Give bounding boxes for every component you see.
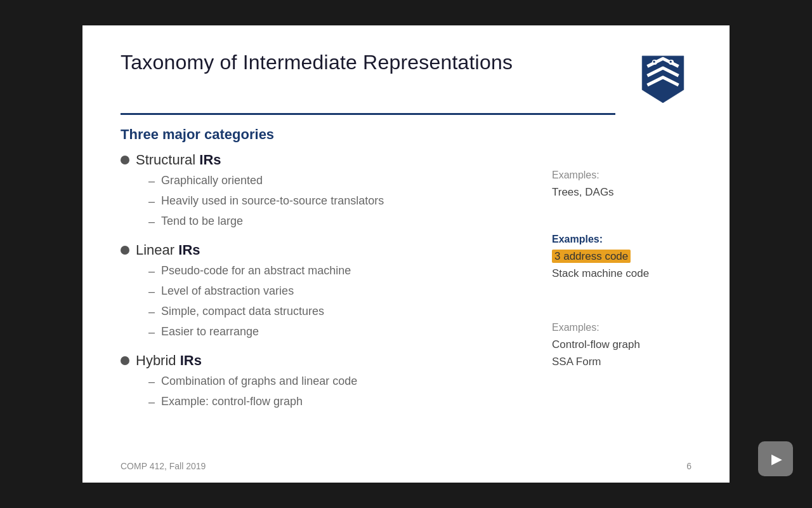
list-item: – Easier to rearrange xyxy=(148,323,539,341)
structural-examples-values: Trees, DAGs xyxy=(552,184,691,201)
svg-point-3 xyxy=(653,61,655,63)
list-item: – Example: control-flow graph xyxy=(148,393,539,411)
linear-examples-values: 3 address code Stack machine code xyxy=(552,248,691,282)
main-content: Structural IRs – Graphically oriented – … xyxy=(121,152,539,422)
video-play-button[interactable]: ▶ xyxy=(758,441,793,476)
footer-course: COMP 412, Fall 2019 xyxy=(121,461,206,471)
title-divider xyxy=(121,113,615,115)
footer-page: 6 xyxy=(686,461,691,471)
hybrid-subitem-1: Combination of graphs and linear code xyxy=(161,373,357,390)
linear-subitem-2: Level of abstraction varies xyxy=(161,283,294,300)
bullet-structural xyxy=(121,156,129,164)
list-item: – Simple, compact data structures xyxy=(148,303,539,321)
list-item: – Level of abstraction varies xyxy=(148,283,539,300)
linear-examples-label: Examples: xyxy=(552,234,691,245)
hybrid-examples-text-2: SSA Form xyxy=(552,356,601,368)
svg-point-4 xyxy=(670,61,672,63)
content-area: Structural IRs – Graphically oriented – … xyxy=(121,152,691,422)
structural-examples-text: Trees, DAGs xyxy=(552,186,614,198)
hybrid-examples-values: Control-flow graph SSA Form xyxy=(552,336,691,370)
linear-examples-highlight: 3 address code xyxy=(552,250,631,263)
hybrid-examples: Examples: Control-flow graph SSA Form xyxy=(552,322,691,370)
category-hybrid-label: Hybrid IRs xyxy=(136,352,202,369)
svg-marker-0 xyxy=(642,56,683,103)
examples-column: Examples: Trees, DAGs Examples: 3 addres… xyxy=(539,152,691,422)
category-linear-label: Linear IRs xyxy=(136,242,200,258)
bullet-hybrid xyxy=(121,356,129,365)
hybrid-examples-text-1: Control-flow graph xyxy=(552,338,640,351)
category-linear: Linear IRs – Pseudo-code for an abstract… xyxy=(121,242,539,341)
linear-subitem-4: Easier to rearrange xyxy=(161,323,259,340)
list-item: – Heavily used in source-to-source trans… xyxy=(148,192,539,210)
slide-footer: COMP 412, Fall 2019 6 xyxy=(121,461,691,471)
linear-examples-extra: Stack machine code xyxy=(552,267,649,279)
structural-examples: Examples: Trees, DAGs xyxy=(552,170,691,201)
structural-subitem-2: Heavily used in source-to-source transla… xyxy=(161,192,384,210)
category-structural-title: Structural IRs xyxy=(121,152,539,168)
list-item: – Pseudo-code for an abstract machine xyxy=(148,262,539,280)
section-heading: Three major categories xyxy=(121,126,691,143)
bullet-linear xyxy=(121,246,129,255)
category-linear-title: Linear IRs xyxy=(121,242,539,258)
linear-subitems: – Pseudo-code for an abstract machine – … xyxy=(148,262,539,341)
hybrid-subitems: – Combination of graphs and linear code … xyxy=(148,373,539,411)
category-structural: Structural IRs – Graphically oriented – … xyxy=(121,152,539,231)
slide-title: Taxonomy of Intermediate Representations xyxy=(121,51,513,74)
linear-subitem-3: Simple, compact data structures xyxy=(161,303,324,320)
linear-examples: Examples: 3 address code Stack machine c… xyxy=(552,234,691,282)
hybrid-subitem-2: Example: control-flow graph xyxy=(161,393,303,410)
structural-subitem-3: Tend to be large xyxy=(161,213,243,230)
category-hybrid: Hybrid IRs – Combination of graphs and l… xyxy=(121,352,539,411)
structural-examples-label: Examples: xyxy=(552,170,691,181)
play-icon: ▶ xyxy=(771,451,782,467)
category-structural-label: Structural IRs xyxy=(136,152,221,168)
hybrid-examples-label: Examples: xyxy=(552,322,691,333)
structural-subitem-1: Graphically oriented xyxy=(161,172,263,189)
structural-subitems: – Graphically oriented – Heavily used in… xyxy=(148,172,539,231)
slide: Taxonomy of Intermediate Representations… xyxy=(82,25,730,483)
university-logo xyxy=(634,51,691,108)
slide-header: Taxonomy of Intermediate Representations xyxy=(121,51,691,108)
list-item: – Tend to be large xyxy=(148,213,539,231)
list-item: – Graphically oriented xyxy=(148,172,539,190)
list-item: – Combination of graphs and linear code xyxy=(148,373,539,391)
linear-subitem-1: Pseudo-code for an abstract machine xyxy=(161,262,351,279)
category-hybrid-title: Hybrid IRs xyxy=(121,352,539,369)
